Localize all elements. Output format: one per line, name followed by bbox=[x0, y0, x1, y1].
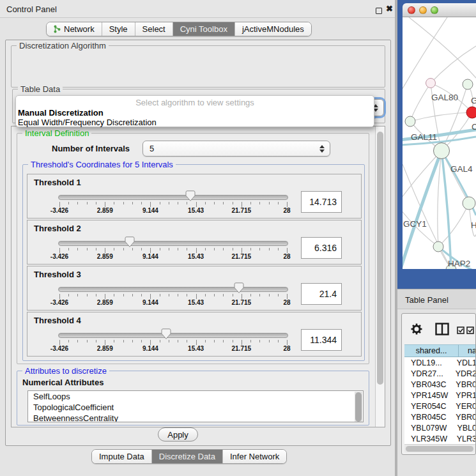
tab-impute-data[interactable]: Impute Data bbox=[92, 450, 152, 463]
zoom-traffic-light-icon[interactable] bbox=[431, 6, 438, 14]
tab-select[interactable]: Select bbox=[135, 22, 173, 36]
tick-mark bbox=[160, 340, 160, 342]
table-row[interactable]: YBR043CYBR0 bbox=[404, 379, 476, 390]
tick-mark bbox=[59, 340, 60, 345]
tick-label: 9.144 bbox=[142, 253, 158, 260]
dropdown-item-manual-discretization[interactable]: Manual Discretization bbox=[18, 108, 104, 118]
table-row[interactable]: YDR27...YDR2 bbox=[404, 368, 476, 379]
list-scrollbar[interactable] bbox=[355, 392, 362, 422]
apply-button[interactable]: Apply bbox=[158, 427, 198, 441]
node[interactable] bbox=[463, 197, 475, 210]
dropdown-item-equal-width-frequency[interactable]: Equal Width/Frequency Discretization bbox=[18, 118, 157, 127]
cell-shared-name: YLR345W bbox=[404, 434, 457, 443]
settings-scroll-viewport: Interval Definition Number of Intervals … bbox=[11, 126, 385, 427]
node-label: H bbox=[471, 220, 476, 230]
tick-mark bbox=[141, 340, 142, 342]
slider-thumb[interactable] bbox=[185, 190, 196, 201]
node[interactable] bbox=[463, 79, 473, 89]
table-row[interactable]: YBR045CYBR0 bbox=[404, 411, 476, 422]
node-selected-red[interactable] bbox=[466, 107, 476, 118]
threshold-3-panel: Threshold 3 -3.4262.8599.14415.4321.7152… bbox=[27, 266, 362, 311]
slider-track[interactable] bbox=[58, 287, 288, 292]
table-row[interactable]: YDL19...YDL1 bbox=[404, 357, 476, 368]
tick-mark bbox=[269, 294, 270, 296]
cell-name: YDL1 bbox=[457, 358, 476, 367]
scrollbar-thumb[interactable] bbox=[355, 392, 362, 422]
threshold-value-field[interactable]: 6.316 bbox=[301, 237, 342, 259]
table-row[interactable]: YLR345WYLR3 bbox=[404, 433, 476, 444]
threshold-value-field[interactable]: 21.4 bbox=[301, 283, 342, 305]
bottom-tabs: Impute Data Discretize Data Infer Networ… bbox=[91, 449, 287, 464]
column-header-shared-name[interactable]: shared... bbox=[404, 345, 459, 357]
slider-thumb[interactable] bbox=[125, 236, 135, 247]
dropdown-placeholder-item[interactable]: Select algorithm to view settings bbox=[16, 98, 374, 107]
tick-mark bbox=[259, 294, 260, 296]
tab-cyni-toolbox[interactable]: Cyni Toolbox bbox=[173, 22, 235, 36]
table-row[interactable]: YPR145WYPR1 bbox=[404, 390, 476, 401]
threshold-value-field[interactable]: 14.713 bbox=[301, 191, 342, 213]
cell-shared-name: YBL079W bbox=[404, 424, 457, 433]
number-of-intervals-combobox[interactable]: 5 bbox=[142, 141, 330, 157]
tab-network[interactable]: Network bbox=[47, 22, 102, 36]
node-hap2[interactable] bbox=[433, 242, 443, 252]
threshold-1-panel: Threshold 1 -3.4262.8599.14415.4321.7152… bbox=[27, 174, 362, 219]
tick-mark bbox=[214, 340, 215, 342]
threshold-value-field[interactable]: 11.344 bbox=[301, 329, 342, 351]
table-horizontal-scrollbar[interactable] bbox=[404, 444, 476, 452]
minimize-traffic-light-icon[interactable] bbox=[419, 6, 427, 14]
number-of-intervals-label: Number of Intervals bbox=[52, 144, 130, 153]
table-row[interactable]: YBL079WYBL0 bbox=[404, 422, 476, 433]
window-title: Control Panel bbox=[6, 4, 57, 14]
threshold-4-panel: Threshold 4 -3.4262.8599.14415.4321.7152… bbox=[27, 312, 362, 357]
table-row[interactable]: YER054CYER0 bbox=[404, 401, 476, 411]
tick-mark bbox=[132, 294, 133, 296]
node-gal80[interactable] bbox=[426, 79, 436, 88]
close-icon[interactable]: ✖ bbox=[386, 4, 393, 13]
tick-mark bbox=[196, 340, 197, 345]
tab-infer-network[interactable]: Infer Network bbox=[223, 450, 286, 463]
node-gal4[interactable] bbox=[434, 143, 450, 159]
numerical-attributes-list[interactable]: SelfLoopsTopologicalCoefficientBetweenne… bbox=[27, 390, 364, 422]
panel-scrollbar[interactable] bbox=[375, 127, 385, 427]
attribute-list-item[interactable]: SelfLoops bbox=[28, 391, 363, 402]
attribute-list-item[interactable]: TopologicalCoefficient bbox=[28, 402, 363, 413]
tab-jactivemnodules[interactable]: jActiveMNodules bbox=[235, 22, 311, 36]
slider-tick-labels: -3.4262.8599.14415.4321.71528 bbox=[58, 299, 288, 307]
tick-mark bbox=[196, 202, 197, 207]
column-view-icon[interactable] bbox=[435, 323, 449, 335]
tab-style[interactable]: Style bbox=[102, 22, 135, 36]
slider-track[interactable] bbox=[58, 333, 288, 338]
scrollbar-thumb[interactable] bbox=[406, 446, 473, 452]
table-header-row: shared... na bbox=[404, 344, 476, 357]
tick-mark bbox=[123, 248, 124, 250]
table-toolbar bbox=[402, 314, 476, 344]
checkbox-icon[interactable] bbox=[466, 326, 475, 334]
tick-mark bbox=[278, 294, 279, 296]
slider-thumb[interactable] bbox=[234, 282, 244, 293]
slider-thumb[interactable] bbox=[161, 328, 171, 339]
tick-label: 2.859 bbox=[97, 253, 113, 260]
node-label: C bbox=[472, 122, 476, 132]
network-canvas[interactable]: GAL80 G C GAL11 GAL4 GCY1 H HAP2 bbox=[403, 17, 476, 269]
float-window-icon[interactable] bbox=[376, 8, 382, 14]
tick-label: 21.715 bbox=[232, 345, 252, 352]
tick-mark bbox=[87, 248, 88, 250]
tick-mark bbox=[160, 294, 160, 296]
cell-name: YBL0 bbox=[457, 424, 476, 433]
close-traffic-light-icon[interactable] bbox=[408, 6, 415, 14]
node-gal11[interactable] bbox=[405, 116, 415, 127]
tick-mark bbox=[287, 294, 288, 299]
scrollbar-thumb[interactable] bbox=[377, 132, 383, 385]
attribute-list-item[interactable]: BetweennessCentrality bbox=[28, 413, 363, 422]
slider-track[interactable] bbox=[58, 195, 288, 200]
column-header-name[interactable]: na bbox=[459, 345, 476, 357]
tab-label: Network bbox=[64, 24, 95, 34]
tick-mark bbox=[187, 294, 187, 296]
tick-mark bbox=[196, 294, 197, 299]
checkbox-icon[interactable] bbox=[457, 326, 465, 334]
slider-track[interactable] bbox=[58, 241, 288, 246]
gear-icon[interactable] bbox=[411, 323, 422, 335]
tick-mark bbox=[68, 202, 69, 204]
network-window-titlebar[interactable] bbox=[403, 3, 476, 17]
tab-discretize-data[interactable]: Discretize Data bbox=[152, 450, 223, 463]
